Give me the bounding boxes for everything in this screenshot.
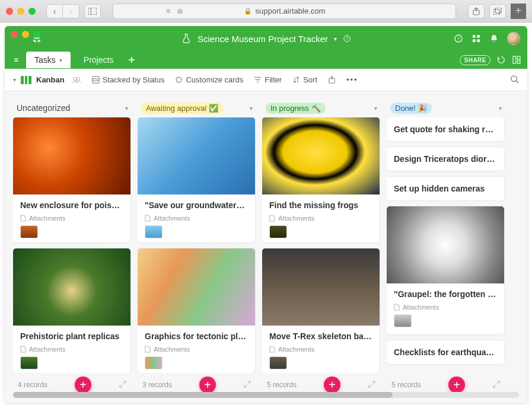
base-title[interactable]: Science Museum Project Tracker bbox=[197, 34, 328, 44]
column-cards: Get quote for shaking ro…Design Tricerat… bbox=[387, 117, 505, 373]
attachment-thumb[interactable] bbox=[20, 356, 38, 369]
base-dropdown-chevron-icon[interactable]: ▾ bbox=[334, 36, 337, 42]
attachments-label: Attachments bbox=[145, 346, 248, 353]
site-settings-icon[interactable]: ⊕ bbox=[177, 7, 183, 15]
inner-window-controls bbox=[11, 31, 40, 38]
attachments-label: Attachments bbox=[269, 346, 372, 353]
blocks-icon[interactable] bbox=[512, 55, 521, 65]
sidebar-button[interactable] bbox=[84, 4, 101, 18]
kanban-card[interactable]: Graphics for tectonic pla…Attachments bbox=[138, 248, 255, 374]
tab-tasks[interactable]: Tasks ▾ bbox=[26, 52, 71, 68]
kanban-card[interactable]: Find the missing frogsAttachments bbox=[262, 117, 380, 243]
attachment-thumb[interactable] bbox=[20, 225, 38, 238]
column-header[interactable]: Awaiting approval ✅▾ bbox=[138, 98, 256, 117]
add-card-button[interactable]: + bbox=[448, 377, 465, 393]
expand-icon[interactable] bbox=[492, 380, 501, 390]
svg-rect-10 bbox=[477, 35, 480, 38]
column-cards: New enclosure for poiso…AttachmentsPrehi… bbox=[13, 117, 132, 373]
share-button[interactable] bbox=[468, 4, 485, 18]
kanban-column: Awaiting approval ✅▾"Save our groundwate… bbox=[138, 98, 256, 397]
kanban-card[interactable]: Design Triceratops diora… bbox=[387, 147, 504, 171]
attachment-thumb[interactable] bbox=[145, 356, 163, 369]
tab-projects[interactable]: Projects bbox=[75, 52, 122, 68]
reader-icon[interactable]: ≡ bbox=[166, 7, 171, 15]
back-button[interactable]: ‹ bbox=[46, 4, 63, 18]
attachment-thumb[interactable] bbox=[269, 225, 287, 238]
inner-close-button[interactable] bbox=[11, 31, 18, 38]
apps-icon[interactable] bbox=[472, 34, 481, 43]
kanban-card[interactable]: "Save our groundwater" …Attachments bbox=[138, 117, 255, 243]
record-count: 4 records bbox=[18, 381, 47, 389]
chevron-down-icon[interactable]: ▾ bbox=[374, 105, 377, 111]
more-options-button[interactable]: ••• bbox=[346, 75, 358, 84]
zoom-window-button[interactable] bbox=[28, 8, 36, 15]
kanban-card[interactable]: Prehistoric plant replicasAttachments bbox=[13, 248, 130, 374]
record-count: 5 records bbox=[267, 381, 297, 389]
new-tab-button[interactable]: + bbox=[511, 4, 526, 19]
chevron-down-icon[interactable]: ▾ bbox=[250, 105, 253, 111]
card-title: Set up hidden cameras bbox=[387, 177, 504, 200]
safari-toolbar: ‹ › ≡ ⊕ 🔒 support.airtable.com + bbox=[0, 0, 532, 23]
url-bar[interactable]: ≡ ⊕ 🔒 support.airtable.com bbox=[113, 4, 456, 19]
stacked-by-button[interactable]: Stacked by Status bbox=[92, 75, 165, 84]
share-button[interactable]: SHARE bbox=[460, 55, 490, 65]
attachment-thumb[interactable] bbox=[145, 225, 163, 238]
svg-point-17 bbox=[77, 77, 79, 80]
attachments-label: Attachments bbox=[20, 215, 123, 222]
share-view-button[interactable] bbox=[328, 76, 336, 84]
add-card-button[interactable]: + bbox=[324, 377, 340, 393]
collaborators-icon[interactable] bbox=[72, 76, 81, 84]
card-cover-image bbox=[138, 248, 255, 326]
customize-cards-button[interactable]: Customize cards bbox=[175, 75, 243, 84]
url-text: support.airtable.com bbox=[256, 7, 326, 15]
card-title: Find the missing frogs bbox=[269, 200, 372, 210]
kanban-column: Uncategorized▾New enclosure for poiso…At… bbox=[13, 98, 132, 397]
expand-icon[interactable] bbox=[119, 380, 127, 390]
avatar[interactable] bbox=[507, 32, 520, 45]
close-window-button[interactable] bbox=[6, 8, 13, 15]
kanban-card[interactable]: Set up hidden cameras bbox=[387, 177, 504, 200]
horizontal-scrollbar[interactable] bbox=[13, 392, 519, 398]
expand-icon[interactable] bbox=[243, 380, 251, 390]
airtable-window: Science Museum Project Tracker ▾ ? ? ≡ T… bbox=[5, 26, 527, 403]
kanban-card[interactable]: Checklists for earthquak… bbox=[387, 340, 504, 364]
filter-label: Filter bbox=[265, 75, 282, 84]
sort-button[interactable]: Sort bbox=[292, 75, 317, 84]
view-toolbar: ▾ Kanban Stacked by Status Customize car… bbox=[5, 69, 527, 91]
column-cards: "Save our groundwater" …AttachmentsGraph… bbox=[138, 117, 256, 373]
column-header[interactable]: In progress 🔨▾ bbox=[262, 98, 381, 117]
chevron-down-icon[interactable]: ▾ bbox=[125, 105, 128, 111]
tab-label: Tasks bbox=[34, 55, 56, 65]
kanban-card[interactable]: New enclosure for poiso…Attachments bbox=[13, 117, 130, 243]
minimize-window-button[interactable] bbox=[17, 8, 24, 15]
kanban-column: In progress 🔨▾Find the missing frogsAtta… bbox=[262, 98, 381, 397]
filter-button[interactable]: Filter bbox=[254, 75, 282, 84]
search-button[interactable] bbox=[510, 75, 519, 85]
kanban-card[interactable]: "Graupel: the forgotten p…Attachments bbox=[387, 206, 504, 334]
attachment-thumb[interactable] bbox=[269, 356, 287, 369]
card-cover-image bbox=[13, 248, 130, 326]
view-name[interactable]: Kanban bbox=[36, 75, 65, 84]
kanban-card[interactable]: Get quote for shaking ro… bbox=[387, 117, 504, 141]
help-circle-icon[interactable]: ? bbox=[454, 34, 463, 43]
history-icon[interactable] bbox=[496, 55, 506, 65]
card-cover-image bbox=[262, 248, 380, 326]
add-card-button[interactable]: + bbox=[199, 377, 216, 393]
column-header[interactable]: Uncategorized▾ bbox=[13, 98, 132, 117]
add-card-button[interactable]: + bbox=[75, 377, 91, 393]
inner-zoom-button[interactable] bbox=[33, 31, 40, 38]
inner-minimize-button[interactable] bbox=[22, 31, 29, 38]
add-table-button[interactable] bbox=[126, 55, 137, 65]
chevron-down-icon[interactable]: ▾ bbox=[499, 105, 502, 111]
expand-icon[interactable] bbox=[368, 380, 376, 390]
kanban-card[interactable]: Move T-Rex skeleton ba…Attachments bbox=[262, 248, 380, 374]
tabs-button[interactable] bbox=[489, 4, 506, 18]
attachment-thumb[interactable] bbox=[394, 314, 412, 327]
chevron-down-icon[interactable]: ▾ bbox=[59, 57, 62, 63]
column-header[interactable]: Done! 🎉▾ bbox=[387, 98, 505, 117]
forward-button[interactable]: › bbox=[63, 4, 79, 18]
help-icon[interactable]: ? bbox=[343, 34, 351, 43]
bell-icon[interactable] bbox=[489, 34, 499, 43]
view-switcher-chevron-icon[interactable]: ▾ bbox=[13, 76, 16, 83]
menu-icon[interactable]: ≡ bbox=[11, 55, 21, 65]
